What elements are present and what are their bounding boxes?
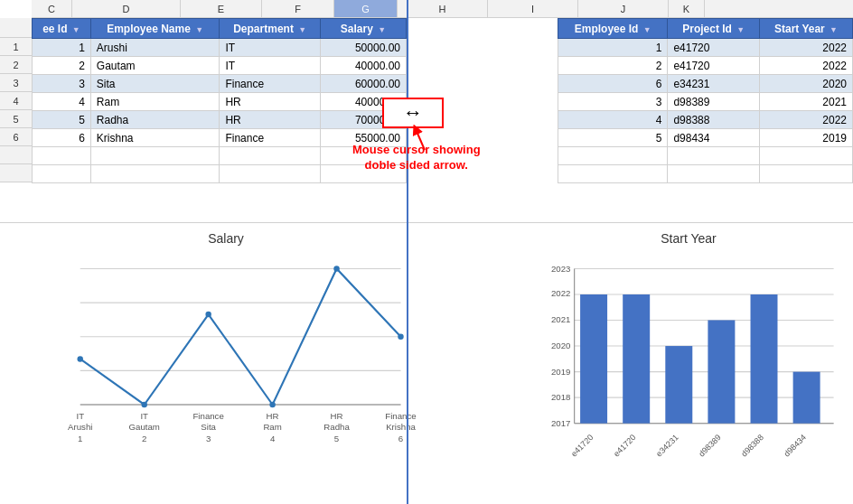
x-bar-label-3: e34231 (654, 433, 680, 458)
x-label-num-6: 6 (398, 434, 403, 443)
cell-id-5: 5 (33, 111, 91, 129)
col-header-d[interactable]: D (72, 0, 181, 17)
x-label-name-1: Arushi (68, 422, 92, 432)
x-label-name-6: Krishna (386, 422, 416, 432)
salary-point-6 (398, 334, 403, 340)
cell-name-1: Arushi (90, 39, 220, 57)
cell-name-2: Gautam (90, 57, 220, 75)
row-num-3: 3 (0, 74, 32, 92)
row-num-4: 4 (0, 92, 32, 110)
cell-year-2: 2022 (759, 57, 852, 75)
col-header-g[interactable]: G (334, 0, 398, 17)
cell-year-3: 2020 (759, 75, 852, 93)
cell-name-6: Krishna (90, 129, 220, 147)
double-arrow-icon: ↔ (403, 101, 423, 125)
table-row: 5 Radha HR 70000.00 (33, 111, 407, 129)
cell-id-1: 1 (33, 39, 91, 57)
table-row: 6 Krishna Finance 55000.00 (33, 129, 407, 147)
table-row-empty (558, 147, 853, 165)
bar-5 (751, 294, 778, 424)
cell-eid-1: 1 (558, 39, 668, 57)
row-num-7 (0, 146, 32, 164)
x-label-dept-3: Finance (192, 411, 223, 421)
cell-dept-3: Finance (220, 75, 321, 93)
section-divider (0, 222, 853, 223)
cell-id-4: 4 (33, 93, 91, 111)
cell-eid-4: 3 (558, 93, 668, 111)
bar-3 (665, 346, 692, 424)
col-header-e[interactable]: E (181, 0, 262, 17)
cell-id-2: 2 (33, 57, 91, 75)
col-department: Department ▼ (220, 19, 321, 39)
table-row-empty (33, 147, 407, 165)
table-row: 3 d98389 2021 (558, 93, 853, 111)
bar-1 (580, 294, 607, 424)
x-label-dept-5: HR (331, 411, 343, 421)
table-row: 6 e34231 2020 (558, 75, 853, 93)
col-header-c[interactable]: C (32, 0, 72, 17)
cell-salary-1: 50000.00 (320, 39, 406, 57)
col-header-f[interactable]: F (262, 0, 334, 17)
cell-year-6: 2019 (759, 129, 852, 147)
x-label-num-2: 2 (142, 434, 146, 443)
table-row: 5 d98434 2019 (558, 129, 853, 147)
start-year-chart: Start Year 2023 2022 2021 2020 (524, 224, 853, 504)
y-label-2020: 2020 (551, 341, 570, 350)
right-table-container: Employee Id ▼ Project Id ▼ Start Year ▼ … (558, 18, 853, 183)
col-header-k[interactable]: K (669, 0, 705, 17)
x-label-num-1: 1 (78, 434, 82, 443)
cell-name-4: Ram (90, 93, 220, 111)
table-row: 1 e41720 2022 (558, 39, 853, 57)
cell-eid-2: 2 (558, 57, 668, 75)
x-bar-label-2: e41720 (612, 433, 637, 458)
x-bar-label-6: d98434 (783, 433, 808, 458)
x-label-num-3: 3 (206, 434, 211, 443)
x-label-dept-1: IT (76, 411, 84, 421)
cell-dept-2: IT (220, 57, 321, 75)
cell-proj-5: d98388 (668, 111, 760, 129)
cell-year-4: 2021 (759, 93, 852, 111)
salary-chart: Salary (32, 224, 420, 504)
x-bar-label-1: e41720 (569, 433, 595, 458)
x-label-name-5: Radha (323, 422, 350, 432)
row-num-8 (0, 164, 32, 182)
x-label-dept-6: Finance (385, 411, 416, 421)
cell-dept-4: HR (220, 93, 321, 111)
start-year-chart-title: Start Year (524, 231, 853, 246)
salary-point-2 (141, 402, 146, 407)
cell-name-5: Radha (90, 111, 220, 129)
table-row: 2 Gautam IT 40000.00 (33, 57, 407, 75)
cell-proj-1: e41720 (668, 39, 760, 57)
col-header-i[interactable]: I (488, 0, 578, 17)
charts-area: Salary (0, 224, 853, 504)
x-label-name-2: Gautam (129, 422, 160, 432)
col-header-h[interactable]: H (398, 0, 488, 17)
left-table-container: ee Id ▼ Employee Name ▼ Department ▼ Sal… (32, 18, 407, 183)
col-header-j[interactable]: J (578, 0, 669, 17)
cell-eid-3: 6 (558, 75, 668, 93)
salary-point-4 (269, 402, 275, 407)
cell-proj-4: d98389 (668, 93, 760, 111)
y-label-2023: 2023 (551, 264, 570, 274)
table-row: 2 e41720 2022 (558, 57, 853, 75)
table-row: 1 Arushi IT 50000.00 (33, 39, 407, 57)
cell-eid-6: 5 (558, 129, 668, 147)
y-label-2021: 2021 (551, 314, 570, 324)
col-salary: Salary ▼ (320, 19, 406, 39)
salary-point-1 (78, 356, 83, 361)
cell-id-6: 6 (33, 129, 91, 147)
x-label-name-4: Ram (263, 422, 281, 432)
table-row: 3 Sita Finance 60000.00 (33, 75, 407, 93)
table-row: 4 d98388 2022 (558, 111, 853, 129)
y-label-2019: 2019 (551, 367, 570, 377)
cell-name-3: Sita (90, 75, 220, 93)
cell-year-1: 2022 (759, 39, 852, 57)
salary-chart-svg: IT IT Finance HR HR Finance Arushi Gauta… (32, 249, 420, 472)
cell-eid-5: 4 (558, 111, 668, 129)
cell-proj-3: e34231 (668, 75, 760, 93)
right-data-table: Employee Id ▼ Project Id ▼ Start Year ▼ … (558, 18, 853, 183)
x-label-num-4: 4 (270, 434, 276, 443)
row-num-2: 2 (0, 56, 32, 74)
row-num-5: 5 (0, 110, 32, 128)
row-numbers: 1 2 3 4 5 6 (0, 18, 32, 182)
